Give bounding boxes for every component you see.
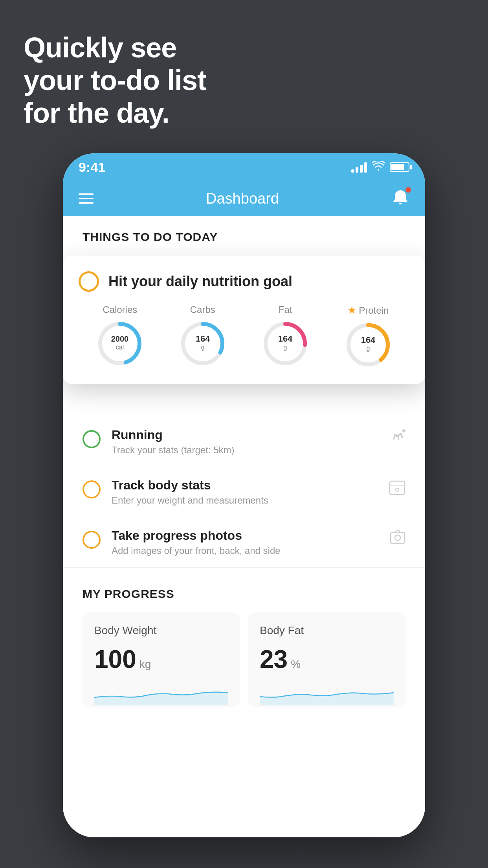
nutrition-calories: Calories 2000 cal [96, 304, 143, 367]
todo-item-body-stats[interactable]: Track body stats Enter your weight and m… [63, 467, 425, 517]
nutrition-card-title: Hit your daily nutrition goal [108, 273, 292, 290]
todo-subtitle-body-stats: Enter your weight and measurements [112, 495, 378, 506]
body-fat-number: 23 [260, 645, 288, 674]
svg-text:g: g [201, 344, 204, 351]
body-weight-value: 100 kg [94, 645, 228, 674]
scale-icon [389, 480, 405, 500]
svg-text:cal: cal [116, 344, 124, 351]
svg-text:164: 164 [195, 334, 210, 344]
todo-content-running: Running Track your stats (target: 5km) [112, 428, 378, 456]
status-icons [351, 161, 409, 174]
battery-icon [390, 162, 409, 172]
nutrition-fat: Fat 164 g [262, 304, 309, 367]
progress-section: MY PROGRESS Body Weight 100 kg Body Fat [63, 568, 425, 707]
svg-text:g: g [284, 344, 287, 351]
todo-subtitle-running: Track your stats (target: 5km) [112, 445, 378, 456]
body-fat-unit: % [291, 658, 301, 671]
svg-text:g: g [366, 345, 370, 352]
nav-title: Dashboard [206, 190, 279, 207]
todo-content-body-stats: Track body stats Enter your weight and m… [112, 478, 378, 506]
todo-circle-running [83, 430, 101, 448]
fat-label: Fat [279, 304, 292, 315]
body-weight-title: Body Weight [94, 624, 228, 637]
protein-label: Protein [359, 305, 389, 316]
progress-cards: Body Weight 100 kg Body Fat 23 % [83, 612, 405, 707]
svg-text:164: 164 [361, 335, 375, 345]
body-weight-number: 100 [94, 645, 136, 674]
body-fat-card[interactable]: Body Fat 23 % [248, 612, 405, 707]
carbs-label: Carbs [190, 304, 215, 315]
todo-item-progress-photos[interactable]: Take progress photos Add images of your … [63, 517, 425, 568]
signal-icon [351, 162, 367, 173]
status-time: 9:41 [79, 160, 105, 175]
svg-point-20 [395, 535, 400, 541]
svg-text:2000: 2000 [111, 335, 129, 343]
progress-header: MY PROGRESS [83, 587, 405, 601]
svg-rect-19 [391, 532, 405, 543]
nutrition-row: Calories 2000 cal Carbs 164 g [79, 304, 409, 368]
body-weight-card[interactable]: Body Weight 100 kg [83, 612, 240, 707]
todo-title-progress-photos: Take progress photos [112, 528, 379, 543]
star-icon: ★ [347, 304, 356, 316]
notification-dot [405, 187, 411, 193]
status-bar: 9:41 [63, 153, 425, 181]
body-weight-unit: kg [139, 658, 151, 671]
todo-list: Running Track your stats (target: 5km) T… [63, 417, 425, 568]
photo-icon [390, 530, 405, 549]
task-circle-nutrition [79, 271, 99, 292]
todo-circle-body-stats [83, 480, 101, 498]
notifications-button[interactable] [391, 189, 409, 208]
content-area: THINGS TO DO TODAY Hit your daily nutrit… [63, 216, 425, 837]
todo-circle-progress-photos [83, 531, 101, 549]
hamburger-menu[interactable] [79, 193, 94, 204]
running-icon [389, 429, 405, 447]
todo-subtitle-progress-photos: Add images of your front, back, and side [112, 545, 379, 556]
todo-title-body-stats: Track body stats [112, 478, 378, 493]
body-fat-chart [260, 682, 394, 705]
wifi-icon [372, 161, 385, 174]
nutrition-carbs: Carbs 164 g [179, 304, 226, 367]
svg-point-18 [396, 488, 399, 491]
hero-text: Quickly see your to-do list for the day. [24, 31, 206, 129]
body-weight-chart [94, 682, 228, 705]
nutrition-protein: ★ Protein 164 g [345, 304, 392, 368]
calories-label: Calories [103, 304, 137, 315]
todo-item-running[interactable]: Running Track your stats (target: 5km) [63, 417, 425, 467]
todo-title-running: Running [112, 428, 378, 442]
todo-content-progress-photos: Take progress photos Add images of your … [112, 528, 379, 556]
body-fat-value: 23 % [260, 645, 394, 674]
things-today-header: THINGS TO DO TODAY [63, 216, 425, 252]
nav-bar: Dashboard [63, 181, 425, 216]
svg-text:164: 164 [278, 334, 293, 344]
phone-mockup: 9:41 [63, 153, 425, 837]
nutrition-card: Hit your daily nutrition goal Calories 2… [63, 256, 425, 384]
body-fat-title: Body Fat [260, 624, 394, 637]
